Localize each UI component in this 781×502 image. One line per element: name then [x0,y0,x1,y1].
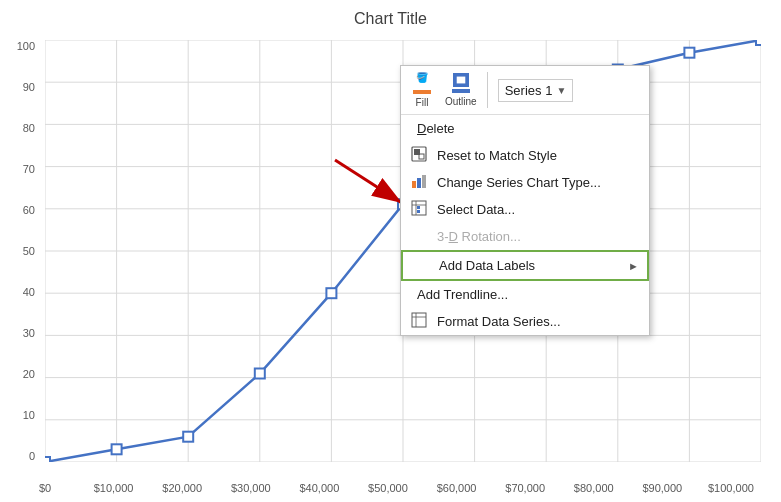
fill-bar [413,90,431,94]
reset-label: Reset to Match Style [437,148,557,163]
x-axis: $0 $10,000 $20,000 $30,000 $40,000 $50,0… [45,482,761,494]
y-label-80: 80 [23,122,40,134]
x-label-10k: $10,000 [84,482,144,494]
reset-icon [411,146,427,165]
svg-rect-40 [417,178,421,188]
menu-item-delete[interactable]: Delete [401,115,649,142]
svg-rect-25 [255,369,265,379]
x-label-50k: $50,000 [358,482,418,494]
series-dropdown[interactable]: Series 1 ▼ [498,79,574,102]
x-label-70k: $70,000 [495,482,555,494]
y-label-10: 10 [23,409,40,421]
svg-rect-41 [422,175,426,188]
x-label-40k: $40,000 [289,482,349,494]
menu-item-reset[interactable]: Reset to Match Style [401,142,649,169]
add-data-labels-label: Add Data Labels [439,258,535,273]
format-data-label: Format Data Series... [437,314,561,329]
y-label-90: 90 [23,81,40,93]
y-label-0: 0 [29,450,40,462]
svg-rect-39 [412,181,416,188]
change-series-icon [411,173,427,192]
context-menu: 🪣 Fill Outline Series 1 ▼ Dele [400,65,650,336]
svg-rect-31 [684,48,694,58]
menu-item-add-trendline[interactable]: Add Trendline... [401,281,649,308]
outline-button[interactable]: Outline [445,73,477,107]
menu-item-3d-rotation: 3-D Rotation... [401,223,649,250]
x-label-20k: $20,000 [152,482,212,494]
fill-icon: 🪣 [411,72,433,88]
3d-rotation-label: 3-D Rotation... [437,229,521,244]
x-label-0: $0 [15,482,75,494]
svg-rect-24 [183,432,193,442]
y-label-20: 20 [23,368,40,380]
fill-label: Fill [416,97,429,108]
delete-label: Delete [417,121,455,136]
outline-label: Outline [445,96,477,107]
y-label-30: 30 [23,327,40,339]
format-data-icon [411,312,427,331]
toolbar-divider [487,72,488,108]
menu-item-format-data[interactable]: Format Data Series... [401,308,649,335]
svg-rect-22 [45,457,50,462]
x-label-60k: $60,000 [427,482,487,494]
add-trendline-label: Add Trendline... [417,287,508,302]
outline-bar [452,89,470,93]
svg-rect-26 [326,288,336,298]
svg-rect-45 [417,206,420,209]
select-data-label: Select Data... [437,202,515,217]
submenu-arrow-icon: ► [628,260,639,272]
y-label-100: 100 [17,40,40,52]
x-label-30k: $30,000 [221,482,281,494]
svg-rect-47 [412,313,426,327]
y-label-70: 70 [23,163,40,175]
x-label-100k: $100,000 [701,482,761,494]
y-label-50: 50 [23,245,40,257]
series-label: Series 1 [505,83,553,98]
menu-item-change-series[interactable]: Change Series Chart Type... [401,169,649,196]
menu-item-add-data-labels[interactable]: Add Data Labels ► [401,250,649,281]
outline-icon [453,73,469,87]
chart-container: Chart Title 100 90 80 70 60 50 40 30 20 … [0,0,781,502]
chart-title: Chart Title [0,0,781,33]
change-series-label: Change Series Chart Type... [437,175,601,190]
menu-toolbar: 🪣 Fill Outline Series 1 ▼ [401,66,649,115]
y-label-60: 60 [23,204,40,216]
svg-rect-46 [417,210,420,213]
chevron-down-icon: ▼ [556,85,566,96]
x-label-90k: $90,000 [632,482,692,494]
y-label-40: 40 [23,286,40,298]
menu-item-select-data[interactable]: Select Data... [401,196,649,223]
fill-button[interactable]: 🪣 Fill [411,72,433,108]
select-data-icon [411,200,427,219]
svg-rect-23 [112,444,122,454]
x-label-80k: $80,000 [564,482,624,494]
y-axis: 100 90 80 70 60 50 40 30 20 10 0 [0,40,40,462]
svg-rect-32 [756,40,761,45]
svg-rect-35 [456,76,466,85]
